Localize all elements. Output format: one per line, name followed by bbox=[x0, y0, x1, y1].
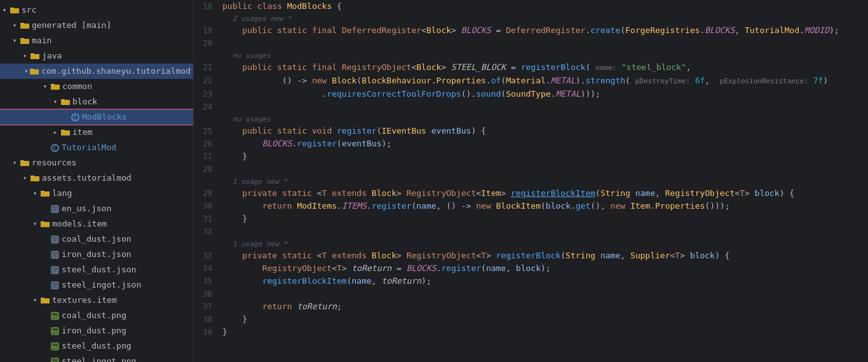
svg-rect-41 bbox=[41, 222, 50, 227]
line-number: 27 bbox=[194, 150, 222, 163]
tree-item-lang[interactable]: lang bbox=[0, 186, 193, 201]
folder-icon bbox=[20, 21, 29, 30]
svg-rect-36 bbox=[41, 191, 50, 197]
svg-text:C: C bbox=[74, 115, 77, 121]
tree-item-assets[interactable]: assets.tutorialmod bbox=[0, 171, 193, 186]
tree-item-tutorialmod[interactable]: CTutorialMod bbox=[0, 140, 193, 155]
svg-text:C: C bbox=[53, 146, 57, 151]
tree-item-models[interactable]: models.item bbox=[0, 216, 193, 232]
tree-item-modblocks[interactable]: CModBlocks bbox=[0, 109, 193, 125]
chevron-icon bbox=[23, 50, 31, 62]
tree-item-steel_ingot_json[interactable]: {}steel_ingot.json bbox=[0, 277, 193, 293]
svg-rect-30 bbox=[20, 161, 29, 166]
line-text: } bbox=[222, 313, 868, 326]
line-number: 30 bbox=[194, 200, 222, 212]
line-text: private static <T extends Block> Registr… bbox=[222, 249, 868, 262]
tree-item-textures[interactable]: textures.item bbox=[0, 293, 193, 308]
tree-item-java[interactable]: java bbox=[0, 48, 193, 64]
code-line: 28 bbox=[194, 163, 868, 176]
tree-label: TutorialMod bbox=[62, 141, 116, 154]
json-icon: {} bbox=[51, 281, 59, 289]
json-icon: {} bbox=[51, 205, 59, 213]
line-text: .requiresCorrectToolForDrops().sound(Sou… bbox=[222, 88, 868, 101]
code-line: 23 .requiresCorrectToolForDrops().sound(… bbox=[194, 88, 868, 101]
code-hint: 2 usages new * bbox=[194, 13, 868, 24]
svg-rect-25 bbox=[61, 130, 70, 136]
svg-rect-11 bbox=[31, 54, 39, 59]
tree-item-block[interactable]: block bbox=[0, 94, 193, 109]
line-number: 33 bbox=[194, 249, 222, 262]
code-line: 34 RegistryObject<T> toReturn = BLOCKS.r… bbox=[194, 262, 868, 275]
code-hint: no usages bbox=[194, 50, 868, 61]
line-number: 19 bbox=[194, 24, 222, 37]
code-line: 38 } bbox=[194, 313, 868, 326]
tree-item-steel_ingot_png[interactable]: PNGsteel_ingot.png bbox=[0, 354, 193, 362]
tree-item-item[interactable]: item bbox=[0, 125, 193, 140]
tree-label: java bbox=[42, 50, 62, 62]
tree-label: iron_dust.json bbox=[62, 248, 132, 261]
code-line: 39} bbox=[194, 326, 868, 338]
tree-label: en_us.json bbox=[62, 202, 111, 215]
folder-icon bbox=[10, 6, 19, 15]
png-icon: PNG bbox=[51, 327, 59, 335]
tree-item-generated[interactable]: generated [main] bbox=[0, 18, 193, 33]
folder-icon bbox=[41, 219, 50, 228]
code-line: 18public class ModBlocks { bbox=[194, 0, 868, 13]
svg-rect-5 bbox=[20, 24, 29, 29]
tree-label: item bbox=[72, 126, 92, 139]
svg-rect-2 bbox=[10, 8, 19, 13]
tree-label: assets.tutorialmod bbox=[42, 172, 132, 184]
tree-item-common[interactable]: common bbox=[0, 79, 193, 94]
chevron-icon bbox=[13, 19, 20, 32]
svg-rect-20 bbox=[61, 100, 70, 105]
chevron-icon bbox=[33, 294, 41, 307]
tree-label: models.item bbox=[52, 218, 107, 230]
tree-label: common bbox=[62, 80, 92, 93]
code-line: 27 } bbox=[194, 150, 868, 163]
tree-item-steel_dust_json[interactable]: {}steel_dust.json bbox=[0, 262, 193, 277]
tree-item-coal_dust_png[interactable]: PNGcoal_dust.png bbox=[0, 308, 193, 323]
code-line: 26 BLOCKS.register(eventBus); bbox=[194, 137, 868, 150]
code-line: 21 public static final RegistryObject<Bl… bbox=[194, 61, 868, 74]
folder-icon bbox=[41, 189, 50, 198]
chevron-icon bbox=[53, 95, 61, 108]
code-hint: no usages bbox=[194, 113, 868, 125]
folder-icon bbox=[31, 174, 39, 183]
tree-item-en_us[interactable]: {}en_us.json bbox=[0, 201, 193, 216]
svg-text:{}: {} bbox=[52, 237, 57, 242]
tree-item-iron_dust_png[interactable]: PNGiron_dust.png bbox=[0, 323, 193, 338]
folder-icon bbox=[61, 97, 70, 106]
svg-text:{}: {} bbox=[52, 283, 57, 288]
tree-item-com[interactable]: com.github.shaneyu.tutorialmod bbox=[0, 64, 193, 79]
line-number: 37 bbox=[194, 300, 222, 313]
line-number: 31 bbox=[194, 212, 222, 225]
svg-rect-17 bbox=[51, 85, 60, 90]
code-line: 33 private static <T extends Block> Regi… bbox=[194, 249, 868, 262]
svg-text:PNG: PNG bbox=[52, 330, 58, 333]
code-line: 25 public static void register(IEventBus… bbox=[194, 125, 868, 137]
tree-item-src[interactable]: src bbox=[0, 3, 193, 18]
tree-label: main bbox=[32, 34, 51, 47]
tree-item-iron_dust_json[interactable]: {}iron_dust.json bbox=[0, 247, 193, 262]
code-line: 31 } bbox=[194, 212, 868, 225]
tree-item-coal_dust_json[interactable]: {}coal_dust.json bbox=[0, 232, 193, 247]
line-number: 21 bbox=[194, 61, 222, 74]
code-editor: 18public class ModBlocks {2 usages new *… bbox=[194, 0, 868, 362]
line-number: 26 bbox=[194, 137, 222, 150]
file-tree[interactable]: srcgenerated [main]mainjavacom.github.sh… bbox=[0, 0, 194, 362]
tree-item-resources[interactable]: resources bbox=[0, 155, 193, 171]
tree-item-main[interactable]: main bbox=[0, 33, 193, 48]
code-hint: 1 usage new * bbox=[194, 176, 868, 187]
svg-text:{}: {} bbox=[52, 268, 57, 273]
json-icon: {} bbox=[51, 235, 59, 244]
tree-label: iron_dust.png bbox=[62, 324, 126, 337]
line-text: public static void register(IEventBus ev… bbox=[222, 125, 868, 137]
chevron-icon bbox=[43, 80, 51, 93]
line-text: RegistryObject<T> toReturn = BLOCKS.regi… bbox=[222, 262, 868, 275]
svg-text:PNG: PNG bbox=[52, 345, 58, 349]
tree-item-steel_dust_png[interactable]: PNGsteel_dust.png bbox=[0, 338, 193, 354]
tree-label: steel_dust.png bbox=[62, 340, 132, 352]
code-line: 36 bbox=[194, 288, 868, 300]
svg-text:{}: {} bbox=[52, 207, 57, 212]
chevron-icon bbox=[33, 218, 41, 230]
